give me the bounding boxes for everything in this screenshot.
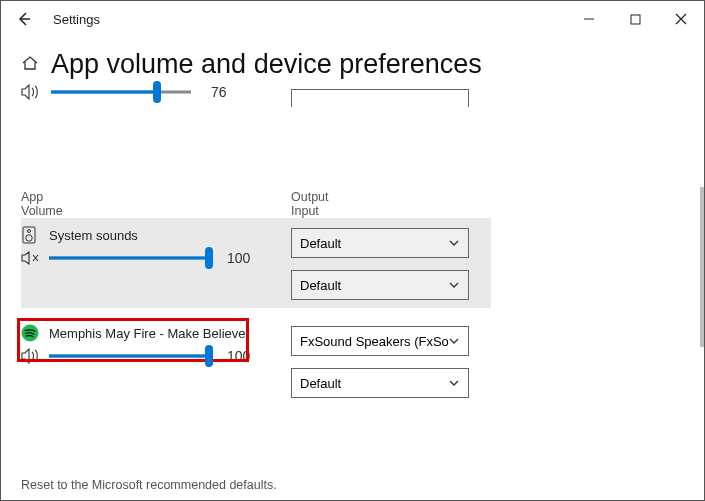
column-headers: App Volume Output Input [21, 190, 684, 218]
col-output-label: Output [291, 190, 491, 204]
spotify-icon [21, 324, 39, 342]
select-label: Default [300, 278, 341, 293]
system-volume-slider[interactable] [49, 250, 209, 266]
back-button[interactable] [9, 4, 39, 34]
system-output-select[interactable]: Default [291, 228, 469, 258]
close-icon [675, 13, 687, 25]
titlebar: Settings [1, 1, 704, 37]
scrollbar[interactable] [700, 187, 704, 347]
app-name-label: System sounds [49, 228, 138, 243]
select-label: Default [300, 236, 341, 251]
chevron-down-icon [448, 237, 460, 249]
select-label: FxSound Speakers (FxSound) [300, 334, 448, 349]
reset-defaults-text: Reset to the Microsoft recommended defau… [21, 478, 277, 492]
chevron-down-icon [448, 377, 460, 389]
col-app-label: App [21, 190, 291, 204]
settings-window: Settings App volume and device preferenc… [0, 0, 705, 501]
window-title: Settings [53, 12, 100, 27]
system-volume-value: 100 [227, 250, 250, 266]
spotify-input-select[interactable]: Default [291, 368, 469, 398]
app-name-label: Memphis May Fire - Make Believe [49, 326, 246, 341]
minimize-button[interactable] [566, 1, 612, 37]
svg-rect-0 [631, 15, 640, 24]
maximize-icon [630, 14, 641, 25]
spotify-volume-value: 100 [227, 348, 250, 364]
system-input-select[interactable]: Default [291, 270, 469, 300]
window-controls [566, 1, 704, 37]
master-volume-value: 76 [211, 84, 227, 100]
speaker-muted-icon[interactable] [21, 251, 41, 265]
svg-point-3 [28, 230, 31, 233]
content-area: App volume and device preferences 76 App… [1, 37, 704, 406]
col-input-label: Input [291, 204, 491, 218]
page-header: App volume and device preferences [21, 49, 684, 80]
master-volume-slider[interactable] [51, 84, 191, 100]
minimize-icon [583, 13, 595, 25]
svg-point-2 [26, 235, 32, 241]
select-label: Default [300, 376, 341, 391]
col-volume-label: Volume [21, 204, 291, 218]
speaker-icon[interactable] [21, 84, 41, 100]
master-output-select-clipped[interactable] [291, 89, 469, 107]
system-sounds-icon [21, 226, 39, 244]
home-icon[interactable] [21, 54, 39, 76]
app-row-spotify: Memphis May Fire - Make Believe 100 [21, 316, 684, 406]
spotify-volume-slider[interactable] [49, 348, 209, 364]
speaker-icon[interactable] [21, 348, 41, 364]
arrow-left-icon [16, 11, 32, 27]
chevron-down-icon [448, 335, 460, 347]
spotify-output-select[interactable]: FxSound Speakers (FxSound) [291, 326, 469, 356]
chevron-down-icon [448, 279, 460, 291]
page-title: App volume and device preferences [51, 49, 482, 80]
close-button[interactable] [658, 1, 704, 37]
maximize-button[interactable] [612, 1, 658, 37]
app-row-system-sounds: System sounds 100 Default [21, 218, 491, 308]
